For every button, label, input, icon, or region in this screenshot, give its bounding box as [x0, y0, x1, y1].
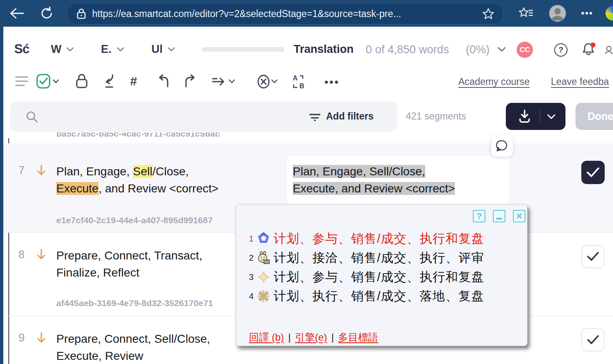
source-text-line: Prepare, Connect, Sell/Close, — [56, 330, 210, 347]
mt-result-row[interactable]: 3 计划、参与、销售/成交、执行和复盘 — [244, 267, 484, 287]
confirm-check-icon — [36, 73, 51, 89]
download-options-chevron-icon[interactable] — [547, 114, 556, 120]
browser-extension-icon[interactable] — [605, 6, 613, 20]
arrow-right-icon — [211, 76, 227, 87]
mt-result-text: 计划、接洽、销售/成交、执行、评审 — [274, 249, 484, 267]
browser-favorites-button[interactable] — [516, 4, 535, 22]
redo-button[interactable] — [183, 74, 198, 88]
avatar-icon — [549, 5, 566, 22]
segment-9-source-text[interactable]: Prepare, Connect, Sell/Close, Execute, R… — [56, 330, 210, 364]
segment-direction-icon — [37, 332, 46, 344]
reject-segment-button[interactable] — [256, 74, 271, 89]
engines-link[interactable]: 引擎(e) — [295, 331, 327, 344]
confirm-segment-button[interactable] — [36, 73, 51, 89]
segment-direction-icon — [37, 165, 46, 176]
notifications-button[interactable] — [582, 42, 597, 57]
menu-document-label: Ul — [151, 43, 163, 56]
reject-options-chevron-icon[interactable] — [271, 79, 278, 84]
stage-label: Translation — [294, 43, 354, 56]
blue-knot-engine-icon — [257, 232, 270, 245]
segment-7-source-text[interactable]: Plan, Engage, Sell/Close, Execute, and R… — [56, 163, 219, 197]
address-bar[interactable]: https://ea.smartcat.com/editor?v=2&selec… — [67, 3, 504, 25]
copy-source-button[interactable] — [103, 73, 116, 89]
segment-7-confirm-button[interactable] — [581, 161, 605, 184]
user-avatar[interactable]: CC — [517, 42, 533, 58]
mt-result-row[interactable]: 1 计划、参与、销售/成交、执行和复盘 — [244, 229, 484, 248]
lock-segment-button[interactable] — [75, 73, 88, 89]
help-button[interactable]: ? — [554, 43, 568, 57]
academy-course-link[interactable]: Academy course — [458, 76, 530, 87]
search-icon — [26, 111, 38, 123]
question-mark-icon: ? — [477, 212, 482, 221]
done-label: Done — [588, 110, 613, 122]
segments-menu-button[interactable] — [15, 76, 28, 87]
menu-workspace[interactable]: W — [51, 43, 74, 56]
add-filters-button[interactable] — [309, 112, 321, 122]
menu-document[interactable]: Ul — [151, 43, 175, 56]
mt-result-row[interactable]: 2 计划、接洽、销售/成交、执行、评审 — [244, 248, 484, 267]
segment-7-id: e1e7cf40-2c19-44e4-a407-895d991687 — [56, 215, 213, 225]
redo-icon — [183, 74, 198, 88]
browser-refresh-button[interactable] — [38, 4, 56, 22]
back-translate-link[interactable]: 回譯 (b) — [249, 331, 284, 344]
smartcat-editor-window: https://ea.smartcat.com/editor?v=2&selec… — [0, 0, 613, 364]
url-text: https://ea.smartcat.com/editor?v=2&selec… — [92, 8, 401, 20]
favorite-star-icon[interactable] — [482, 8, 494, 20]
svg-text:B: B — [299, 82, 304, 89]
button-divider — [540, 109, 540, 124]
toolbar-more-button[interactable]: ••• — [324, 76, 339, 89]
undo-button[interactable] — [156, 74, 171, 88]
hash-icon: # — [130, 74, 137, 88]
popup-close-button[interactable]: ✕ — [513, 210, 525, 222]
source-text-line: Execute, Review — [56, 347, 210, 364]
words-progress-text: 0 of 4,850 words — [366, 43, 449, 56]
popup-help-button[interactable]: ? — [473, 210, 485, 222]
multi-target-link[interactable]: 多目標語 — [338, 331, 378, 344]
source-text-part: Plan, Engage, — [56, 165, 133, 178]
ellipsis-icon: ••• — [581, 8, 593, 19]
translate-ab-icon: A B — [292, 74, 307, 89]
machine-translate-button[interactable]: A B — [292, 74, 307, 89]
svg-text:A: A — [293, 75, 298, 82]
segment-number: 9 — [18, 332, 25, 344]
window-left-edge — [0, 27, 3, 364]
browser-more-button[interactable]: ••• — [578, 4, 596, 22]
diamond-engine-icon — [257, 270, 270, 284]
minimize-icon — [496, 218, 502, 219]
segment-8-source-text[interactable]: Prepare, Connect, Transact, Finalize, Re… — [56, 247, 202, 281]
segment-7-target-editor[interactable]: Plan, Engage, Sell/Close, Execute, and R… — [287, 156, 510, 205]
popup-footer: 回譯 (b) | 引擎(e) | 多目標語 — [249, 331, 378, 344]
popup-minimize-button[interactable] — [493, 210, 505, 222]
goto-options-chevron-icon[interactable] — [229, 79, 235, 84]
download-split-button[interactable] — [506, 103, 565, 130]
mt-result-row[interactable]: 4 计划、执行、销售/成交、落地、复盘 — [244, 287, 484, 306]
source-text-part: /Close, — [152, 165, 188, 178]
result-number: 4 — [244, 292, 254, 301]
collections-star-icon — [519, 7, 533, 20]
progress-bar — [202, 47, 284, 52]
footer-separator: | — [332, 332, 334, 343]
leave-feedback-link[interactable]: Leave feedba — [551, 76, 609, 87]
account-icon-cut[interactable] — [605, 42, 613, 57]
chevron-down-icon — [168, 47, 175, 52]
segment-9-confirm-button[interactable] — [581, 328, 605, 352]
stage-chevron-icon[interactable] — [497, 47, 506, 52]
insert-tag-button[interactable]: # — [130, 74, 137, 88]
browser-profile-avatar[interactable] — [549, 5, 566, 22]
goto-next-button[interactable] — [211, 76, 227, 87]
download-icon — [518, 109, 532, 123]
menu-workspace-label: W — [51, 43, 61, 56]
confirm-options-chevron-icon[interactable] — [53, 79, 59, 84]
segment-number: 7 — [18, 164, 25, 177]
done-button[interactable]: Done — [575, 103, 613, 130]
lock-icon — [76, 8, 86, 20]
browser-back-button[interactable] — [8, 4, 26, 22]
filter-icon — [309, 112, 321, 122]
segment-8-confirm-button[interactable] — [581, 245, 605, 268]
add-filters-label[interactable]: Add filters — [326, 111, 374, 122]
smartcat-logo[interactable]: Sć — [14, 42, 29, 57]
segment-direction-icon — [37, 249, 46, 260]
source-text-line: Finalize, Reflect — [56, 264, 202, 281]
comment-button[interactable] — [491, 135, 513, 157]
menu-project[interactable]: E. — [101, 43, 124, 56]
